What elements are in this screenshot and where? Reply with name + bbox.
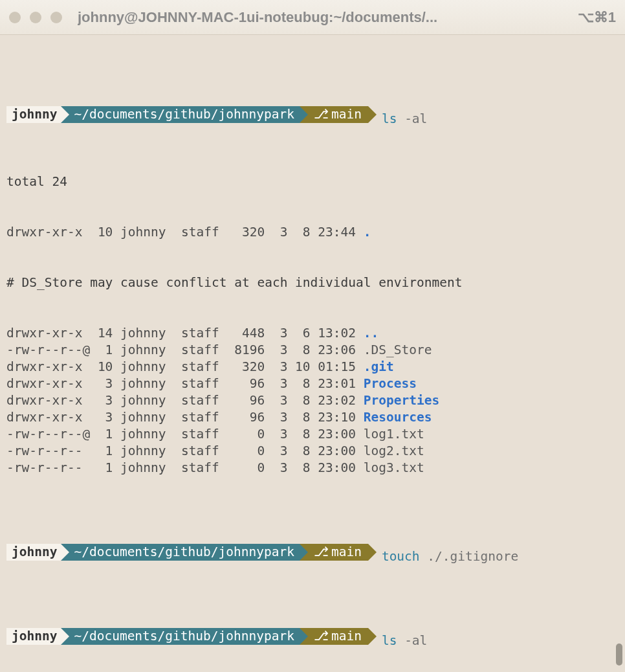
window-titlebar: johnny@JOHNNY-MAC-1ui-noteubug:~/documen…	[0, 0, 625, 35]
chevron-right-icon	[300, 628, 308, 645]
branch-icon: ⎇	[314, 544, 329, 559]
chevron-right-icon	[300, 544, 308, 561]
prompt-line: johnny~/documents/github/johnnypark⎇main…	[6, 544, 620, 561]
chevron-right-icon	[61, 628, 69, 645]
ls-row: drwxr-xr-x 14 johnny staff 448 3 6 13:02…	[6, 325, 620, 342]
chevron-right-icon	[61, 106, 69, 123]
file-name: .DS_Store	[364, 342, 432, 357]
command: touch ./.gitignore	[377, 549, 518, 564]
prompt-user: johnny	[6, 544, 61, 561]
minimize-window-button[interactable]	[30, 12, 41, 23]
ls-row: drwxr-xr-x 3 johnny staff 96 3 8 23:01 P…	[6, 375, 620, 392]
chevron-right-icon	[368, 628, 377, 645]
scrollbar-thumb[interactable]	[616, 644, 622, 666]
file-name: .git	[364, 359, 394, 374]
comment-line: # DS_Store may cause conflict at each in…	[6, 274, 620, 291]
file-name: log1.txt	[364, 427, 424, 442]
chevron-right-icon	[368, 544, 377, 561]
chevron-right-icon	[61, 544, 69, 561]
ls-row: -rw-r--r-- 1 johnny staff 0 3 8 23:00 lo…	[6, 443, 620, 460]
branch-name: main	[331, 544, 362, 559]
ls-row: -rw-r--r--@ 1 johnny staff 0 3 8 23:00 l…	[6, 426, 620, 443]
file-name: Resources	[364, 410, 432, 425]
terminal-viewport[interactable]: johnny~/documents/github/johnnypark⎇main…	[0, 35, 625, 672]
branch-icon: ⎇	[314, 629, 329, 644]
chevron-right-icon	[368, 106, 377, 123]
prompt-branch: ⎇main	[300, 628, 368, 645]
ls-output-line: total 24	[6, 174, 620, 190]
ls-row: -rw-r--r-- 1 johnny staff 0 3 8 23:00 lo…	[6, 460, 620, 476]
prompt-path: ~/documents/github/johnnypark	[61, 628, 299, 645]
ls-row: drwxr-xr-x 3 johnny staff 96 3 8 23:02 P…	[6, 392, 620, 409]
prompt-branch: ⎇main	[300, 544, 368, 561]
file-name: log3.txt	[364, 460, 424, 475]
prompt-user: johnny	[6, 106, 61, 123]
chevron-right-icon	[300, 106, 308, 123]
branch-name: main	[331, 107, 362, 122]
ls-row: drwxr-xr-x 3 johnny staff 96 3 8 23:10 R…	[6, 409, 620, 426]
command: ls -al	[377, 111, 427, 126]
prompt-user: johnny	[6, 628, 61, 645]
window-title: johnny@JOHNNY-MAC-1ui-noteubug:~/documen…	[78, 9, 571, 26]
ls-row: drwxr-xr-x 10 johnny staff 320 3 10 01:1…	[6, 359, 620, 375]
window-shortcut-label: ⌥⌘1	[578, 9, 616, 26]
close-window-button[interactable]	[9, 12, 21, 23]
file-name: ..	[364, 326, 378, 341]
branch-icon: ⎇	[314, 107, 329, 122]
prompt-path: ~/documents/github/johnnypark	[61, 544, 299, 561]
ls-row: drwxr-xr-x 10 johnny staff 320 3 8 23:44…	[6, 224, 620, 241]
file-name: log2.txt	[364, 443, 424, 458]
prompt-branch: ⎇main	[300, 106, 368, 123]
prompt-path: ~/documents/github/johnnypark	[61, 106, 299, 123]
file-name: Process	[364, 376, 417, 391]
prompt-line: johnny~/documents/github/johnnypark⎇main…	[6, 106, 620, 123]
file-name: .	[364, 225, 371, 240]
command: ls -al	[377, 633, 427, 648]
branch-name: main	[331, 629, 362, 644]
prompt-line: johnny~/documents/github/johnnypark⎇main…	[6, 628, 620, 645]
zoom-window-button[interactable]	[50, 12, 62, 23]
window-traffic-lights	[9, 12, 62, 23]
ls-row: -rw-r--r--@ 1 johnny staff 8196 3 8 23:0…	[6, 342, 620, 359]
file-name: Properties	[364, 393, 439, 408]
